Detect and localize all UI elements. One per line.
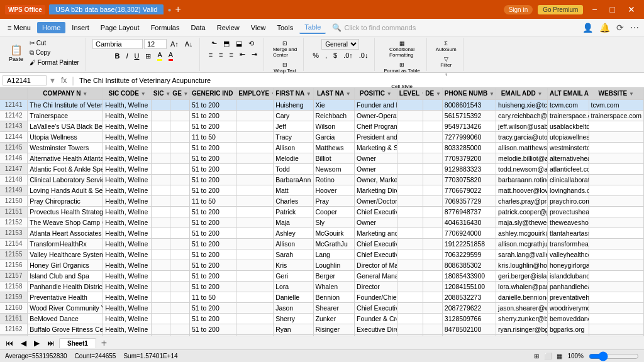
cell-sic1[interactable]: Health, Wellne [103,324,151,334]
sign-in-button[interactable]: Sign in [504,5,533,14]
cell-fname[interactable]: Allison [274,238,313,249]
border-button[interactable]: ⊞ [143,52,153,61]
cell-web[interactable] [589,206,644,217]
cell-web[interactable] [589,292,644,302]
cell-fname[interactable]: Huisheng [274,99,313,110]
cell-email[interactable]: lora.whalen@panhandlehi [496,281,548,292]
cell-emp[interactable] [236,228,274,238]
cell-altemail[interactable]: clinicallaboratory [547,174,589,185]
cell-fname[interactable]: Patrick [274,206,313,217]
cell-web[interactable]: trainerspace.com [589,110,644,121]
cell-level[interactable] [397,238,423,249]
cell-dep[interactable] [423,228,443,238]
cell-fname[interactable]: Allison [274,142,313,153]
cell-company[interactable]: Clinical Laboratory Services, Inc. [28,174,103,185]
col-header-dep[interactable]: DE ▼ [423,88,443,99]
cell-geo[interactable] [170,174,190,185]
cell-phone[interactable]: 18085433900 [442,270,496,281]
filter-button[interactable]: ▽ Filter [437,55,455,69]
cell-email[interactable]: sherry.zunker@bemovedc [496,313,548,324]
cell-lname[interactable]: Wilson [313,121,355,131]
cell-sic1[interactable]: Health, Wellne [103,99,151,110]
cell-dep[interactable] [423,260,443,270]
cell-email[interactable]: maja.sly@theweaveshop.c [496,217,548,228]
cell-fname[interactable]: Jeff [274,121,313,131]
cell-sic2[interactable] [151,302,170,313]
menu-tools[interactable]: Tools [272,22,298,33]
minimize-button[interactable]: − [588,4,601,14]
cell-phone[interactable]: 2087279622 [442,302,496,313]
table-row[interactable]: 12162Buffalo Grove Fitness CenterHealth,… [0,324,644,334]
cell-row-num[interactable]: 12151 [0,206,28,217]
table-row[interactable]: 12163Chicago Blue DolphinsHealth, Wellne… [0,334,644,336]
cell-lname[interactable]: Pray [313,195,355,206]
wrap-button[interactable]: ⊟ Wrap Text [271,60,299,75]
cell-fname[interactable]: Cary [274,110,313,121]
cell-email[interactable]: melodie.billiot@alternati [496,153,548,163]
cell-email[interactable]: tracy.garcia@utopiawelln [496,131,548,142]
fill-color-button[interactable]: A [155,50,164,62]
cell-sic2[interactable] [151,334,170,336]
cell-pos[interactable]: Owner-Operator [355,110,397,121]
cell-row-num[interactable]: 12158 [0,281,28,292]
cell-lname[interactable]: Hoover [313,185,355,195]
cell-fname[interactable]: Ashley [274,228,313,238]
cell-phone[interactable]: 8008601543 [442,99,496,110]
cell-emp[interactable] [236,142,274,153]
cell-fname[interactable]: Matt [274,185,313,195]
cell-pos[interactable]: Owner [355,217,397,228]
cell-pos[interactable]: Director of Marketing [355,260,397,270]
cell-pos[interactable]: Owner [355,163,397,174]
cell-altemail[interactable]: bgparks.org [547,324,589,334]
cell-phone[interactable]: 19122251858 [442,238,496,249]
cell-company[interactable]: Atlantic Foot & Ankle Specialists [28,163,103,174]
cell-row-num[interactable]: 12145 [0,142,28,153]
cell-phone[interactable]: 12084155100 [442,281,496,292]
cell-pos[interactable]: Marketing and Commun [355,228,397,238]
cell-generic[interactable]: 51 to 200 [189,206,236,217]
cell-phone[interactable]: 8086385302 [442,260,496,270]
cell-level[interactable] [397,110,423,121]
bold-button[interactable]: B [112,52,122,60]
hamburger-menu[interactable]: ≡ Menu [3,22,36,33]
cell-level[interactable] [397,292,423,302]
cell-web[interactable] [589,313,644,324]
cell-email[interactable]: barbaraann.rotino@clinic [496,174,548,185]
cell-row-num[interactable]: 12154 [0,238,28,249]
cell-row-num[interactable]: 12159 [0,292,28,302]
cell-dep[interactable] [423,302,443,313]
cell-sic2[interactable] [151,313,170,324]
cell-sic1[interactable]: Health, Wellne [103,217,151,228]
table-row[interactable]: 12141The Chi Institute of Veterinary Acu… [0,99,644,110]
table-row[interactable]: 12144Utopia WellnessHealth, Wellne11 to … [0,131,644,142]
cell-geo[interactable] [170,249,190,260]
cell-sic2[interactable] [151,131,170,142]
cell-row-num[interactable]: 12157 [0,270,28,281]
cell-sic1[interactable]: Health, Wellne [103,110,151,121]
cell-fname[interactable]: Melodie [274,153,313,163]
col-header-level[interactable]: LEVEL ▼ [397,88,423,99]
cell-sic2[interactable] [151,99,170,110]
cell-row-num[interactable]: 12143 [0,121,28,131]
cell-web[interactable] [589,131,644,142]
col-header-fname[interactable]: FIRST NA ▼ [274,88,313,99]
increase-decimal-button[interactable]: .0↑ [341,51,355,60]
cell-pos[interactable]: Founder/Chief Executiv [355,292,397,302]
cell-pos[interactable]: Director [355,281,397,292]
formula-input[interactable] [77,76,641,85]
cell-generic[interactable]: 51 to 200 [189,313,236,324]
share-icon[interactable]: ⟳ [614,23,626,33]
cell-lname[interactable]: Zunker [313,313,355,324]
cell-dep[interactable] [423,324,443,334]
cell-sic2[interactable] [151,206,170,217]
cell-pos[interactable]: Chief Executive Officer [355,249,397,260]
cell-web[interactable] [589,302,644,313]
cell-email[interactable]: charles.pray@praychiro.c [496,195,548,206]
cell-geo[interactable] [170,292,190,302]
maximize-button[interactable]: □ [606,4,619,14]
file-tab[interactable]: USA b2b data base(18,302) Valid [49,4,164,14]
cell-row-num[interactable]: 12148 [0,174,28,185]
cell-generic[interactable]: 51 to 200 [189,228,236,238]
cell-emp[interactable] [236,292,274,302]
cell-lname[interactable]: Risinger [313,324,355,334]
